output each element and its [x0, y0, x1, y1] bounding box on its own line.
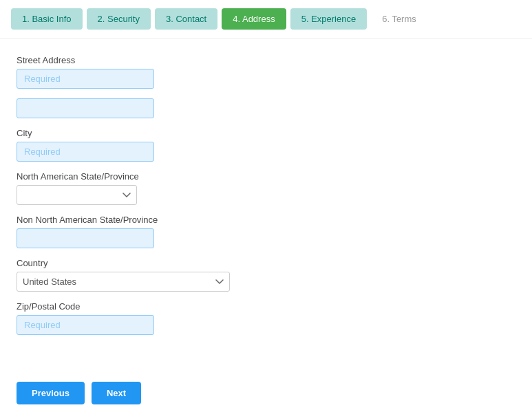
step-basic-info[interactable]: 1. Basic Info [11, 8, 83, 30]
street-address2-group [17, 98, 515, 118]
step-security[interactable]: 2. Security [87, 8, 151, 30]
zip-group: Zip/Postal Code [17, 301, 515, 335]
previous-button[interactable]: Previous [17, 382, 85, 404]
country-label: Country [17, 258, 515, 268]
step-terms: 6. Terms [371, 8, 427, 30]
city-group: City [17, 128, 515, 162]
footer-buttons: Previous Next [0, 368, 532, 412]
next-button[interactable]: Next [92, 382, 141, 404]
non-na-state-group: Non North American State/Province [17, 215, 515, 248]
state-province-label: North American State/Province [17, 171, 515, 182]
state-province-group: North American State/Province Alabama Al… [17, 171, 515, 205]
non-na-state-label: Non North American State/Province [17, 215, 515, 225]
street-address-input[interactable] [17, 69, 154, 89]
street-address-group: Street Address [17, 55, 515, 89]
city-label: City [17, 128, 515, 138]
street-address2-input[interactable] [17, 98, 154, 118]
country-select[interactable]: United States Canada Mexico United Kingd… [17, 272, 230, 292]
stepper: 1. Basic Info 2. Security 3. Contact 4. … [0, 0, 532, 39]
non-na-state-input[interactable] [17, 228, 154, 248]
state-province-select[interactable]: Alabama Alaska Arizona California Colora… [17, 185, 137, 205]
address-form: Street Address City North American State… [0, 39, 532, 361]
step-contact[interactable]: 3. Contact [155, 8, 217, 30]
zip-input[interactable] [17, 315, 154, 335]
zip-label: Zip/Postal Code [17, 301, 515, 312]
street-address-label: Street Address [17, 55, 515, 65]
step-address[interactable]: 4. Address [222, 8, 286, 30]
country-group: Country United States Canada Mexico Unit… [17, 258, 515, 292]
city-input[interactable] [17, 142, 154, 162]
step-experience[interactable]: 5. Experience [290, 8, 368, 30]
